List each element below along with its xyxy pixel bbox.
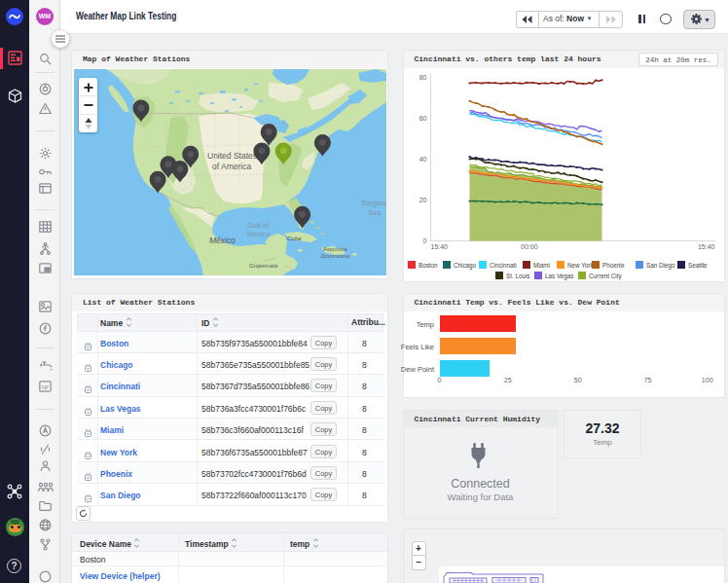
svg-text:of America: of America	[212, 162, 251, 171]
svg-text:Gulf of: Gulf of	[247, 221, 270, 230]
svg-text:80: 80	[419, 74, 426, 81]
svg-text:60: 60	[419, 115, 426, 122]
svg-text:Sea: Sea	[368, 208, 382, 217]
svg-text:República: República	[323, 246, 346, 252]
svg-text:Mexico: Mexico	[247, 230, 271, 238]
svg-text:0: 0	[422, 237, 426, 244]
svg-text:15:40: 15:40	[697, 243, 714, 250]
svg-text:Sargasso: Sargasso	[361, 199, 386, 207]
svg-text:Guatemala: Guatemala	[249, 263, 278, 269]
svg-text:40: 40	[419, 156, 426, 163]
svg-text:00:00: 00:00	[521, 243, 538, 250]
svg-text:México: México	[209, 236, 236, 245]
svg-text:15:40: 15:40	[430, 243, 448, 250]
svg-text:20: 20	[419, 197, 426, 203]
svg-text:NF: NF	[42, 384, 50, 390]
svg-text:United States: United States	[207, 151, 257, 161]
svg-text:Cuba: Cuba	[287, 236, 302, 241]
svg-text:Dominicana: Dominicana	[321, 253, 349, 259]
